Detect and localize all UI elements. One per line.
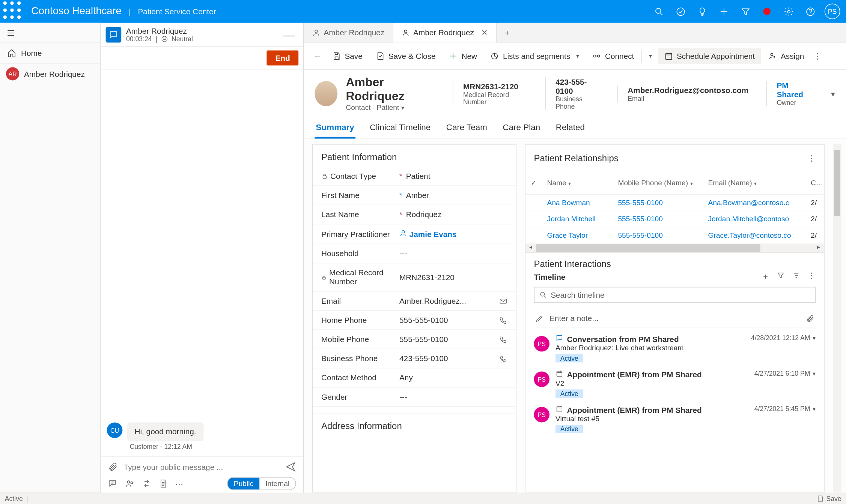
- footer-save-button[interactable]: Save: [817, 495, 841, 502]
- session-item[interactable]: AR Amber Rodriquez: [0, 64, 100, 84]
- add-tab-button[interactable]: ＋: [497, 23, 517, 43]
- home-phone-value[interactable]: 555-555-0100: [399, 316, 499, 325]
- relationship-email-link[interactable]: Jordan.Mitchell@contoso: [708, 215, 789, 223]
- save-close-button[interactable]: Save & Close: [370, 48, 442, 64]
- search-icon[interactable]: [648, 1, 670, 22]
- timeline-sort-icon[interactable]: [792, 271, 800, 282]
- command-overflow-icon[interactable]: ⋮: [814, 52, 822, 61]
- minimize-button[interactable]: —: [283, 33, 295, 36]
- end-conversation-button[interactable]: End: [267, 50, 298, 65]
- first-name-value[interactable]: Amber: [406, 191, 507, 200]
- lists-segments-button[interactable]: Lists and segments▾: [484, 48, 585, 64]
- new-button[interactable]: New: [443, 48, 483, 64]
- send-icon[interactable]: [285, 461, 296, 472]
- chevron-down-icon[interactable]: ▾: [813, 370, 816, 376]
- back-button[interactable]: ←: [310, 52, 325, 61]
- scroll-right-icon[interactable]: ▸: [813, 244, 824, 252]
- primary-practitioner-value[interactable]: Jamie Evans: [399, 229, 507, 239]
- timeline-item[interactable]: PS Appointment (EMR) from PM Shared V2 A…: [525, 366, 824, 401]
- contact-type-value[interactable]: Patient: [406, 172, 507, 181]
- select-all-checkbox[interactable]: ✓: [525, 175, 542, 191]
- last-name-value[interactable]: Rodriquez: [406, 210, 507, 219]
- home-nav-item[interactable]: Home: [0, 43, 100, 63]
- table-row[interactable]: Jordan Mitchell 555-555-0100 Jordan.Mitc…: [525, 211, 824, 227]
- chevron-down-icon[interactable]: ▾: [813, 334, 816, 341]
- timeline-overflow-icon[interactable]: ⋮: [808, 271, 816, 282]
- relationship-mobile-link[interactable]: 555-555-0100: [618, 215, 663, 223]
- relationship-name-link[interactable]: Ana Bowman: [547, 199, 590, 207]
- phone-icon[interactable]: [499, 335, 507, 344]
- phone-icon[interactable]: [499, 316, 507, 324]
- visibility-public[interactable]: Public: [228, 478, 259, 490]
- recording-indicator-icon[interactable]: [756, 1, 778, 22]
- transfer-icon[interactable]: [142, 479, 152, 489]
- relationship-name-link[interactable]: Jordan Mitchell: [547, 215, 596, 223]
- task-icon[interactable]: [670, 1, 691, 22]
- app-launcher-icon[interactable]: [0, 0, 24, 25]
- mail-icon[interactable]: [499, 297, 507, 305]
- connect-button[interactable]: Connect: [586, 48, 640, 64]
- timeline-item[interactable]: PS Appointment (EMR) from PM Shared Virt…: [525, 401, 824, 436]
- hamburger-button[interactable]: [0, 23, 100, 43]
- relationship-mobile-link[interactable]: 555-555-0100: [618, 199, 663, 207]
- relationship-email-link[interactable]: Ana.Bowman@contoso.c: [708, 199, 789, 207]
- column-header-mobile[interactable]: Mobile Phone (Name) ▾: [613, 175, 703, 191]
- consult-icon[interactable]: [125, 479, 135, 489]
- contact-method-value[interactable]: Any: [399, 373, 507, 382]
- add-icon[interactable]: [713, 1, 735, 22]
- timeline-note-input[interactable]: Enter a note...: [534, 309, 815, 328]
- timeline-filter-icon[interactable]: [777, 271, 785, 282]
- tab-care-team[interactable]: Care Team: [445, 118, 489, 139]
- patient-photo[interactable]: [315, 81, 337, 106]
- form-label[interactable]: Patient: [377, 103, 399, 111]
- save-button[interactable]: Save: [326, 48, 369, 64]
- assign-button[interactable]: Assign: [762, 48, 810, 64]
- column-header-name[interactable]: Name ▾: [542, 175, 613, 191]
- business-phone-value[interactable]: 423-555-0100: [399, 354, 499, 363]
- app-title[interactable]: Patient Service Center: [131, 7, 223, 16]
- table-row[interactable]: Ana Bowman 555-555-0100 Ana.Bowman@conto…: [525, 195, 824, 211]
- app-tab[interactable]: Amber Rodriquez: [304, 23, 394, 43]
- timeline-add-icon[interactable]: ＋: [762, 271, 769, 282]
- column-header-email[interactable]: Email (Name) ▾: [703, 175, 806, 191]
- mobile-phone-value[interactable]: 555-555-0100: [399, 335, 499, 344]
- column-header-created[interactable]: Cre: [806, 175, 824, 191]
- schedule-appointment-button[interactable]: Schedule Appointment: [658, 48, 761, 64]
- household-value[interactable]: ---: [399, 249, 507, 258]
- header-owner-value[interactable]: PM Shared: [777, 81, 813, 99]
- tab-care-plan[interactable]: Care Plan: [501, 118, 541, 139]
- gender-value[interactable]: ---: [399, 392, 507, 401]
- visibility-internal[interactable]: Internal: [259, 478, 295, 490]
- settings-icon[interactable]: [778, 1, 799, 22]
- horizontal-scrollbar[interactable]: ◂ ▸: [525, 244, 824, 252]
- relationship-mobile-link[interactable]: 555-555-0100: [618, 231, 663, 239]
- notes-icon[interactable]: [158, 479, 168, 489]
- tab-related[interactable]: Related: [555, 118, 586, 139]
- timeline-search-input[interactable]: Search timeline: [534, 287, 815, 303]
- attachment-icon[interactable]: [108, 462, 118, 472]
- tab-clinical-timeline[interactable]: Clinical Timeline: [369, 118, 432, 139]
- chevron-down-icon[interactable]: ▾: [401, 104, 404, 111]
- tab-summary[interactable]: Summary: [315, 118, 355, 139]
- lightbulb-icon[interactable]: [691, 1, 713, 22]
- close-tab-icon[interactable]: ✕: [481, 28, 488, 37]
- app-tab-active[interactable]: Amber Rodriquez ✕: [393, 23, 497, 43]
- email-value[interactable]: Amber.Rodriguez...: [399, 296, 499, 305]
- table-row[interactable]: Grace Taylor 555-555-0100 Grace.Taylor@c…: [525, 227, 824, 243]
- quick-reply-icon[interactable]: [108, 479, 118, 489]
- timeline-item[interactable]: PS Conversation from PM Shared Amber Rod…: [525, 331, 824, 366]
- scroll-left-icon[interactable]: ◂: [525, 244, 536, 252]
- vertical-scrollbar[interactable]: [833, 144, 841, 493]
- chevron-down-icon[interactable]: ▾: [813, 405, 816, 412]
- scrollbar-thumb[interactable]: [834, 150, 840, 216]
- attachment-icon[interactable]: [806, 314, 814, 322]
- visibility-toggle[interactable]: Public Internal: [227, 477, 296, 490]
- relationships-overflow-icon[interactable]: ⋮: [808, 154, 816, 163]
- filter-icon[interactable]: [735, 1, 756, 22]
- mrn-value[interactable]: MRN2631-2120: [399, 273, 507, 282]
- relationship-name-link[interactable]: Grace Taylor: [547, 231, 588, 239]
- user-avatar[interactable]: PS: [825, 4, 840, 20]
- compose-overflow-icon[interactable]: ⋯: [175, 479, 183, 488]
- phone-icon[interactable]: [499, 354, 507, 363]
- header-expand-icon[interactable]: ▾: [831, 89, 835, 98]
